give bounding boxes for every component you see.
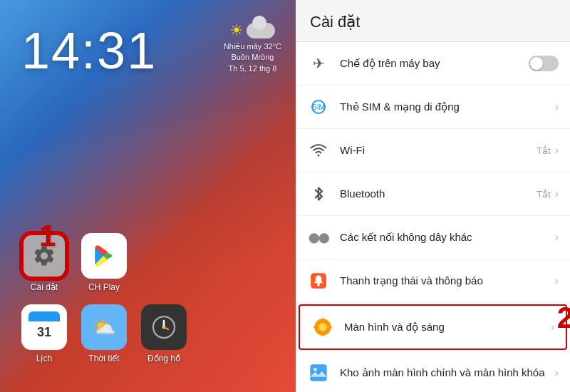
airplane-right xyxy=(529,56,559,71)
sim-svg: SIM xyxy=(310,98,327,115)
wallpaper-right: › xyxy=(555,366,559,379)
wifi-label: Wi-Fi xyxy=(340,143,537,158)
weather-icon-area: ☀ xyxy=(224,21,281,40)
sun-icon: ☀ xyxy=(229,21,244,40)
time-display: 14:31 xyxy=(21,21,157,80)
clock-app-icon xyxy=(141,304,187,350)
settings-panel: Cài đặt ✈ Chế độ trên máy bay SIM Thẻ SI… xyxy=(296,0,570,392)
settings-header: Cài đặt xyxy=(296,0,570,42)
svg-line-3 xyxy=(164,327,168,329)
svg-rect-16 xyxy=(310,364,326,381)
play-store-icon xyxy=(92,244,116,268)
notification-svg xyxy=(309,272,328,290)
wifi-svg xyxy=(310,142,327,159)
notification-chevron: › xyxy=(555,274,559,287)
airplane-icon: ✈ xyxy=(307,52,330,75)
weather-widget: ☀ Nhiều mây 32°C Buôn Mröng Th 5, 12 thg… xyxy=(224,21,281,74)
wallpaper-svg xyxy=(309,363,328,383)
wallpaper-label: Kho ảnh màn hình chính và màn hình khóa xyxy=(340,366,555,380)
connections-chevron: › xyxy=(555,231,559,244)
notification-icon xyxy=(307,269,330,292)
bluetooth-svg xyxy=(311,185,326,202)
wifi-icon xyxy=(307,139,330,162)
cloud-icon xyxy=(247,23,275,38)
airplane-label: Chế độ trên máy bay xyxy=(340,56,529,71)
sim-right: › xyxy=(555,100,559,113)
sim-item[interactable]: SIM Thẻ SIM & mạng di động › xyxy=(296,86,570,129)
display-item[interactable]: Màn hình và độ sáng › xyxy=(299,304,567,350)
weather-app-emoji: ⛅ xyxy=(93,316,115,339)
chplay-app-icon xyxy=(81,233,127,279)
display-item-wrapper: Màn hình và độ sáng › 2 xyxy=(296,304,570,350)
notification-right: › xyxy=(555,274,559,287)
svg-point-17 xyxy=(314,368,317,371)
notification-item[interactable]: Thanh trạng thái và thông báo › xyxy=(296,259,570,303)
calendar-app[interactable]: 31 Lịch xyxy=(21,304,67,363)
bottom-apps-row: 31 Lịch ⛅ Thời tiết Đồng hồ xyxy=(21,304,187,363)
notification-label: Thanh trạng thái và thông báo xyxy=(340,274,555,288)
bluetooth-right: Tắt › xyxy=(537,187,559,200)
sim-label: Thẻ SIM & mạng di động xyxy=(340,100,555,114)
bluetooth-label: Bluetooth xyxy=(340,187,537,201)
svg-point-6 xyxy=(318,155,320,157)
wallpaper-chevron: › xyxy=(555,366,559,379)
weather-description: Nhiều mây 32°C Buôn Mröng Th 5, 12 thg 8 xyxy=(224,41,281,74)
svg-point-9 xyxy=(317,284,319,286)
connections-label: Các kết nối không dây khác xyxy=(340,230,555,244)
step-label-1: 1 xyxy=(39,219,56,253)
connections-right: › xyxy=(555,231,559,244)
display-label: Màn hình và độ sáng xyxy=(344,320,551,334)
sim-chevron: › xyxy=(555,100,559,113)
connections-item[interactable]: ⬤⬤ Các kết nối không dây khác › xyxy=(296,216,570,259)
settings-app-label: Cài đặt xyxy=(31,282,58,292)
display-chevron: › xyxy=(551,321,554,334)
calendar-app-icon: 31 xyxy=(21,304,67,350)
chplay-app-label: CH Play xyxy=(88,282,120,292)
svg-text:SIM: SIM xyxy=(312,103,325,111)
bluetooth-chevron: › xyxy=(555,187,559,200)
settings-title: Cài đặt xyxy=(310,13,556,31)
display-svg xyxy=(313,317,333,337)
weather-app-label: Thời tiết xyxy=(88,354,119,363)
airplane-toggle[interactable] xyxy=(529,56,559,71)
weather-app-icon: ⛅ xyxy=(81,304,127,350)
sim-icon: SIM xyxy=(307,96,330,118)
bluetooth-icon xyxy=(307,182,330,205)
wifi-chevron: › xyxy=(555,144,559,157)
connections-icon: ⬤⬤ xyxy=(307,226,330,249)
main-apps-row: Cài đặt CH Play xyxy=(21,233,127,292)
wifi-status: Tắt xyxy=(537,145,551,156)
wifi-right: Tắt › xyxy=(537,144,559,157)
calendar-icon-header xyxy=(28,311,60,321)
clock-icon xyxy=(151,314,177,340)
calendar-icon-inner: 31 xyxy=(28,311,60,343)
bluetooth-item[interactable]: Bluetooth Tắt › xyxy=(296,172,570,216)
bluetooth-status: Tắt xyxy=(537,189,551,200)
airplane-mode-item[interactable]: ✈ Chế độ trên máy bay xyxy=(296,42,570,86)
settings-list: ✈ Chế độ trên máy bay SIM Thẻ SIM & mạng… xyxy=(296,42,570,392)
wifi-item[interactable]: Wi-Fi Tắt › xyxy=(296,129,570,172)
clock-app-label: Đồng hồ xyxy=(147,354,180,363)
phone-screen: 14:31 ☀ Nhiều mây 32°C Buôn Mröng Th 5, … xyxy=(0,0,296,392)
display-right: › xyxy=(551,321,554,334)
calendar-app-label: Lịch xyxy=(36,354,52,363)
display-icon xyxy=(311,316,334,339)
svg-point-11 xyxy=(318,323,327,331)
wallpaper-icon xyxy=(307,361,330,384)
time-text: 14:31 xyxy=(21,21,157,80)
wallpaper-item[interactable]: Kho ảnh màn hình chính và màn hình khóa … xyxy=(296,351,570,392)
chplay-app[interactable]: CH Play xyxy=(81,233,127,292)
clock-app[interactable]: Đồng hồ xyxy=(141,304,187,363)
calendar-day-number: 31 xyxy=(28,321,60,343)
weather-app[interactable]: ⛅ Thời tiết xyxy=(81,304,127,363)
